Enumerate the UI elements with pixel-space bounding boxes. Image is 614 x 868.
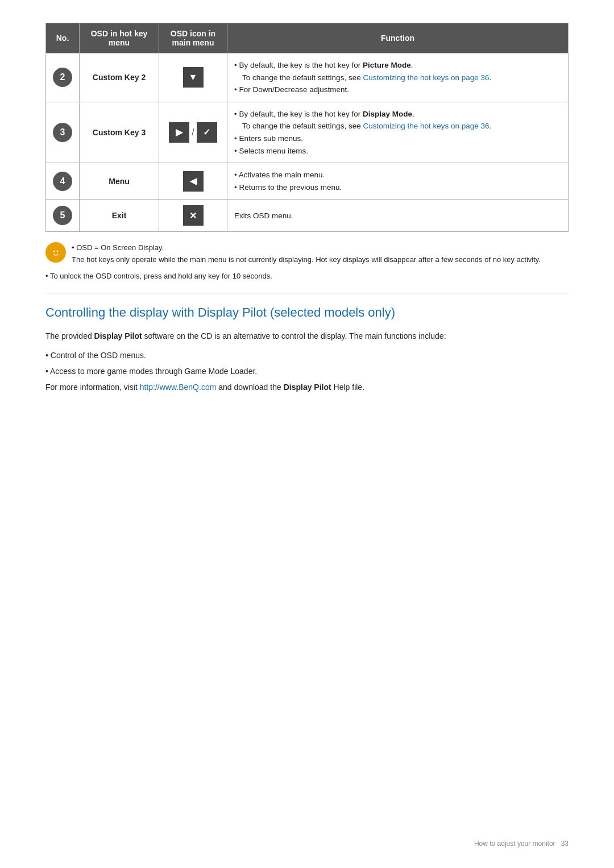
row-function-cell: • By default, the key is the hot key for… xyxy=(227,102,569,163)
function-line: • Enters sub menus. xyxy=(234,132,561,145)
body-bold: Display Pilot xyxy=(94,331,142,340)
benq-link: http://www.BenQ.com xyxy=(140,383,217,392)
row-key-label: Exit xyxy=(80,200,159,232)
function-bold: Display Mode xyxy=(363,110,412,118)
function-link: Customizing the hot keys on page 36 xyxy=(363,122,489,130)
row-num-badge: 4 xyxy=(53,172,72,191)
row-num-badge: 3 xyxy=(53,123,72,142)
osd-icon-btn: ✕ xyxy=(183,205,204,226)
row-icon-cell: ✕ xyxy=(159,200,227,232)
svg-point-2 xyxy=(57,251,59,252)
header-osd-icon: OSD icon in main menu xyxy=(159,23,227,53)
row-function-cell: • By default, the key is the hot key for… xyxy=(227,53,569,102)
row-icon-cell: ▶ / ✓ xyxy=(159,102,227,163)
note-line: The hot keys only operate while the main… xyxy=(72,254,541,266)
row-key-label: Custom Key 3 xyxy=(80,102,159,163)
row-icon-cell: ◀ xyxy=(159,163,227,200)
function-line: • Selects menu items. xyxy=(234,145,561,157)
row-function-cell: • Activates the main menu.• Returns to t… xyxy=(227,163,569,200)
row-num-cell: 3 xyxy=(46,102,80,163)
row-num-cell: 5 xyxy=(46,200,80,232)
svg-point-1 xyxy=(53,251,55,252)
function-line: Exits OSD menu. xyxy=(234,210,561,222)
header-osd-hot: OSD in hot key menu xyxy=(80,23,159,53)
osd-icon-btn: ▼ xyxy=(183,67,204,88)
footer-page: 33 xyxy=(561,840,569,848)
svg-point-0 xyxy=(50,247,61,258)
info-icon xyxy=(45,242,66,263)
row-key-label: Menu xyxy=(80,163,159,200)
function-line: • Activates the main menu. xyxy=(234,169,561,181)
osd-icon-btn-1: ▶ xyxy=(169,122,189,143)
row-num-badge: 2 xyxy=(53,68,72,87)
row-key-label: Custom Key 2 xyxy=(80,53,159,102)
note-box: • OSD = On Screen Display.The hot keys o… xyxy=(45,242,569,266)
function-line: To change the default settings, see Cust… xyxy=(234,72,561,84)
header-no: No. xyxy=(46,23,80,53)
note-text: • OSD = On Screen Display.The hot keys o… xyxy=(72,242,541,266)
section-bullets: • Control of the OSD menus.• Access to m… xyxy=(45,349,569,379)
function-bold: Picture Mode xyxy=(363,61,411,69)
osd-icon-btn: ◀ xyxy=(183,171,204,192)
section-body: The provided Display Pilot software on t… xyxy=(45,330,569,343)
footer-label: How to adjust your monitor xyxy=(474,840,555,848)
function-line: • For Down/Decrease adjustment. xyxy=(234,84,561,96)
page-footer: How to adjust your monitor 33 xyxy=(474,840,569,848)
footer-bold: Display Pilot xyxy=(284,383,331,392)
main-table: No. OSD in hot key menu OSD icon in main… xyxy=(45,23,569,232)
row-num-badge: 5 xyxy=(53,206,72,225)
function-line: To change the default settings, see Cust… xyxy=(234,120,561,132)
function-line: • By default, the key is the hot key for… xyxy=(234,108,561,121)
section-heading: Controlling the display with Display Pil… xyxy=(45,305,569,321)
osd-icon-btn-2: ✓ xyxy=(197,122,217,143)
section-footer: For more information, visit http://www.B… xyxy=(45,381,569,394)
section-bullet-item: • Access to more game modes through Game… xyxy=(45,365,569,379)
note-line: • OSD = On Screen Display. xyxy=(72,242,541,254)
row-icon-cell: ▼ xyxy=(159,53,227,102)
function-link: Customizing the hot keys on page 36 xyxy=(363,73,489,82)
note-second: • To unlock the OSD controls, press and … xyxy=(45,271,569,283)
section-bullet-item: • Control of the OSD menus. xyxy=(45,349,569,363)
function-line: • Returns to the previous menu. xyxy=(234,181,561,194)
function-line: • By default, the key is the hot key for… xyxy=(234,59,561,72)
section-divider xyxy=(45,293,569,293)
header-function: Function xyxy=(227,23,569,53)
row-num-cell: 4 xyxy=(46,163,80,200)
row-num-cell: 2 xyxy=(46,53,80,102)
row-function-cell: Exits OSD menu. xyxy=(227,200,569,232)
